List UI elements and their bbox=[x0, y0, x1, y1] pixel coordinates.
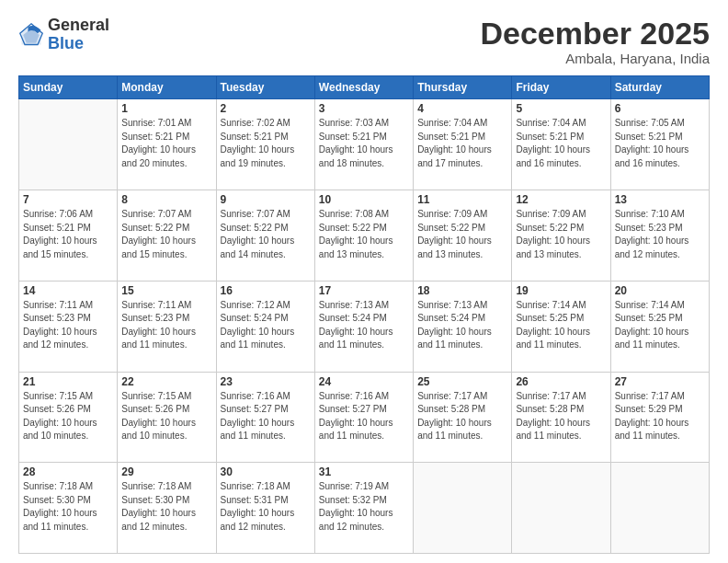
logo-text: General Blue bbox=[48, 17, 109, 53]
day-info: Sunrise: 7:01 AMSunset: 5:21 PMDaylight:… bbox=[121, 117, 211, 170]
day-number: 14 bbox=[23, 284, 113, 297]
table-row: 1Sunrise: 7:01 AMSunset: 5:21 PMDaylight… bbox=[118, 99, 216, 190]
day-number: 23 bbox=[221, 375, 311, 388]
day-info: Sunrise: 7:16 AMSunset: 5:27 PMDaylight:… bbox=[221, 390, 311, 443]
calendar-table: Sunday Monday Tuesday Wednesday Thursday… bbox=[18, 75, 710, 554]
table-row: 21Sunrise: 7:15 AMSunset: 5:26 PMDayligh… bbox=[19, 372, 118, 463]
day-number: 31 bbox=[319, 465, 409, 478]
day-info: Sunrise: 7:04 AMSunset: 5:21 PMDaylight:… bbox=[417, 117, 507, 170]
day-number: 27 bbox=[615, 375, 705, 388]
day-info: Sunrise: 7:10 AMSunset: 5:23 PMDaylight:… bbox=[615, 208, 705, 261]
day-number: 26 bbox=[516, 375, 606, 388]
day-info: Sunrise: 7:16 AMSunset: 5:27 PMDaylight:… bbox=[319, 390, 409, 443]
day-info: Sunrise: 7:08 AMSunset: 5:22 PMDaylight:… bbox=[319, 208, 409, 261]
calendar-week-row: 21Sunrise: 7:15 AMSunset: 5:26 PMDayligh… bbox=[19, 372, 710, 463]
table-row: 12Sunrise: 7:09 AMSunset: 5:22 PMDayligh… bbox=[512, 190, 610, 282]
day-number: 18 bbox=[417, 284, 507, 297]
day-info: Sunrise: 7:02 AMSunset: 5:21 PMDaylight:… bbox=[221, 117, 311, 170]
table-row: 15Sunrise: 7:11 AMSunset: 5:23 PMDayligh… bbox=[118, 281, 216, 372]
table-row: 31Sunrise: 7:19 AMSunset: 5:32 PMDayligh… bbox=[314, 463, 413, 554]
table-row bbox=[414, 463, 512, 554]
day-number: 9 bbox=[221, 193, 311, 206]
day-info: Sunrise: 7:04 AMSunset: 5:21 PMDaylight:… bbox=[516, 117, 606, 170]
logo: General Blue bbox=[18, 17, 109, 53]
table-row: 19Sunrise: 7:14 AMSunset: 5:25 PMDayligh… bbox=[512, 281, 610, 372]
col-sunday: Sunday bbox=[19, 76, 118, 99]
table-row: 18Sunrise: 7:13 AMSunset: 5:24 PMDayligh… bbox=[414, 281, 512, 372]
table-row: 7Sunrise: 7:06 AMSunset: 5:21 PMDaylight… bbox=[19, 190, 118, 282]
day-info: Sunrise: 7:13 AMSunset: 5:24 PMDaylight:… bbox=[319, 299, 409, 352]
table-row bbox=[610, 463, 709, 554]
calendar-week-row: 1Sunrise: 7:01 AMSunset: 5:21 PMDaylight… bbox=[19, 99, 710, 190]
logo-text-block: General Blue bbox=[48, 17, 109, 53]
day-info: Sunrise: 7:12 AMSunset: 5:24 PMDaylight:… bbox=[221, 299, 311, 352]
table-row: 28Sunrise: 7:18 AMSunset: 5:30 PMDayligh… bbox=[19, 463, 118, 554]
day-number: 30 bbox=[221, 465, 311, 478]
day-info: Sunrise: 7:13 AMSunset: 5:24 PMDaylight:… bbox=[417, 299, 507, 352]
day-number: 19 bbox=[516, 284, 606, 297]
day-number: 29 bbox=[121, 465, 211, 478]
day-info: Sunrise: 7:18 AMSunset: 5:30 PMDaylight:… bbox=[23, 480, 113, 534]
col-wednesday: Wednesday bbox=[314, 76, 413, 99]
day-number: 10 bbox=[319, 193, 409, 206]
table-row: 9Sunrise: 7:07 AMSunset: 5:22 PMDaylight… bbox=[216, 190, 314, 282]
day-number: 12 bbox=[516, 193, 606, 206]
day-number: 28 bbox=[23, 465, 113, 478]
day-info: Sunrise: 7:17 AMSunset: 5:29 PMDaylight:… bbox=[615, 390, 705, 443]
day-info: Sunrise: 7:05 AMSunset: 5:21 PMDaylight:… bbox=[615, 117, 705, 170]
table-row: 16Sunrise: 7:12 AMSunset: 5:24 PMDayligh… bbox=[216, 281, 314, 372]
table-row: 23Sunrise: 7:16 AMSunset: 5:27 PMDayligh… bbox=[216, 372, 314, 463]
day-info: Sunrise: 7:14 AMSunset: 5:25 PMDaylight:… bbox=[516, 299, 606, 352]
title-block: December 2025 Ambala, Haryana, India bbox=[480, 17, 710, 66]
day-number: 7 bbox=[23, 193, 113, 206]
day-number: 4 bbox=[417, 102, 507, 115]
table-row: 29Sunrise: 7:18 AMSunset: 5:30 PMDayligh… bbox=[118, 463, 216, 554]
col-saturday: Saturday bbox=[610, 76, 709, 99]
day-number: 3 bbox=[319, 102, 409, 115]
day-info: Sunrise: 7:18 AMSunset: 5:31 PMDaylight:… bbox=[221, 480, 311, 534]
table-row: 10Sunrise: 7:08 AMSunset: 5:22 PMDayligh… bbox=[314, 190, 413, 282]
table-row: 22Sunrise: 7:15 AMSunset: 5:26 PMDayligh… bbox=[118, 372, 216, 463]
table-row: 24Sunrise: 7:16 AMSunset: 5:27 PMDayligh… bbox=[314, 372, 413, 463]
table-row bbox=[512, 463, 610, 554]
day-number: 25 bbox=[417, 375, 507, 388]
table-row: 11Sunrise: 7:09 AMSunset: 5:22 PMDayligh… bbox=[414, 190, 512, 282]
table-row: 30Sunrise: 7:18 AMSunset: 5:31 PMDayligh… bbox=[216, 463, 314, 554]
table-row: 25Sunrise: 7:17 AMSunset: 5:28 PMDayligh… bbox=[414, 372, 512, 463]
day-info: Sunrise: 7:07 AMSunset: 5:22 PMDaylight:… bbox=[121, 208, 211, 261]
day-info: Sunrise: 7:09 AMSunset: 5:22 PMDaylight:… bbox=[417, 208, 507, 261]
table-row: 8Sunrise: 7:07 AMSunset: 5:22 PMDaylight… bbox=[118, 190, 216, 282]
day-info: Sunrise: 7:17 AMSunset: 5:28 PMDaylight:… bbox=[417, 390, 507, 443]
col-monday: Monday bbox=[118, 76, 216, 99]
day-number: 8 bbox=[121, 193, 211, 206]
day-number: 24 bbox=[319, 375, 409, 388]
header: General Blue December 2025 Ambala, Harya… bbox=[18, 17, 710, 66]
day-number: 15 bbox=[121, 284, 211, 297]
calendar-header-row: Sunday Monday Tuesday Wednesday Thursday… bbox=[19, 76, 710, 99]
day-info: Sunrise: 7:15 AMSunset: 5:26 PMDaylight:… bbox=[121, 390, 211, 443]
logo-icon bbox=[18, 22, 44, 48]
table-row: 5Sunrise: 7:04 AMSunset: 5:21 PMDaylight… bbox=[512, 99, 610, 190]
day-number: 2 bbox=[221, 102, 311, 115]
day-number: 13 bbox=[615, 193, 705, 206]
calendar-week-row: 14Sunrise: 7:11 AMSunset: 5:23 PMDayligh… bbox=[19, 281, 710, 372]
table-row: 2Sunrise: 7:02 AMSunset: 5:21 PMDaylight… bbox=[216, 99, 314, 190]
day-number: 11 bbox=[417, 193, 507, 206]
logo-blue: Blue bbox=[48, 34, 84, 52]
day-number: 21 bbox=[23, 375, 113, 388]
day-number: 1 bbox=[121, 102, 211, 115]
calendar-week-row: 28Sunrise: 7:18 AMSunset: 5:30 PMDayligh… bbox=[19, 463, 710, 554]
table-row: 17Sunrise: 7:13 AMSunset: 5:24 PMDayligh… bbox=[314, 281, 413, 372]
day-number: 20 bbox=[615, 284, 705, 297]
day-info: Sunrise: 7:17 AMSunset: 5:28 PMDaylight:… bbox=[516, 390, 606, 443]
day-number: 22 bbox=[121, 375, 211, 388]
table-row: 27Sunrise: 7:17 AMSunset: 5:29 PMDayligh… bbox=[610, 372, 709, 463]
table-row: 3Sunrise: 7:03 AMSunset: 5:21 PMDaylight… bbox=[314, 99, 413, 190]
table-row: 14Sunrise: 7:11 AMSunset: 5:23 PMDayligh… bbox=[19, 281, 118, 372]
calendar-week-row: 7Sunrise: 7:06 AMSunset: 5:21 PMDaylight… bbox=[19, 190, 710, 282]
table-row: 20Sunrise: 7:14 AMSunset: 5:25 PMDayligh… bbox=[610, 281, 709, 372]
day-info: Sunrise: 7:11 AMSunset: 5:23 PMDaylight:… bbox=[121, 299, 211, 352]
month-title: December 2025 bbox=[480, 17, 710, 51]
col-thursday: Thursday bbox=[414, 76, 512, 99]
day-info: Sunrise: 7:15 AMSunset: 5:26 PMDaylight:… bbox=[23, 390, 113, 443]
